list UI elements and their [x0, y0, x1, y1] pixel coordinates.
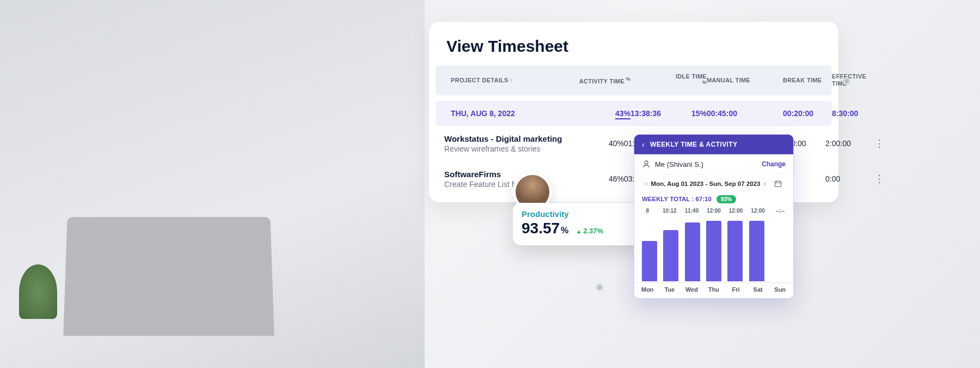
summary-activity-pct: 43% [615, 109, 630, 118]
timesheet-header-row: PROJECT DETAILS↑ ACTIVITY TIME % IDLE TI… [436, 65, 832, 95]
weekly-header: ‹ WEEKLY TIME & ACTIVITY [634, 135, 793, 154]
back-icon[interactable]: ‹ [642, 140, 645, 149]
plant-decor [19, 264, 57, 319]
bar-category-label: Tue [659, 286, 681, 293]
weekly-total-badge: 93% [716, 195, 736, 203]
laptop-decor [63, 217, 274, 336]
bar[interactable] [749, 221, 764, 281]
timesheet-summary-row[interactable]: THU, AUG 8, 2022 43% 13:38:36 15% 00:45:… [436, 101, 832, 126]
col-idle[interactable]: IDLE TIME % [674, 73, 707, 88]
weekly-total: WEEKLY TOTAL : 67:10 93% [634, 193, 793, 208]
bar-category-label: Mon [636, 286, 659, 293]
bar-category-label: Sat [747, 286, 769, 293]
more-icon[interactable]: ⋮ [874, 173, 881, 185]
summary-break: 00:20:00 [783, 109, 832, 118]
bar-value-label: 10:12 [659, 208, 681, 214]
change-user-link[interactable]: Change [762, 160, 786, 168]
trend-up-icon: ▲ [576, 228, 581, 234]
sort-asc-icon: ↑ [510, 77, 512, 83]
col-project[interactable]: PROJECT DETAILS↑ [451, 77, 571, 83]
productivity-label: Productivity [522, 209, 643, 219]
row-activity-pct: 46% [564, 174, 624, 183]
more-icon[interactable]: ⋮ [874, 137, 881, 149]
bar-value-label: 11:40 [681, 208, 703, 214]
summary-idle-pct: 15% [674, 109, 707, 118]
bar-value-label: 12:00 [725, 208, 747, 214]
row-effective: 0:00 [825, 174, 874, 183]
svg-rect-1 [775, 182, 781, 187]
project-title: SoftwareFirms [444, 170, 564, 179]
svg-point-0 [645, 161, 648, 164]
bar-category-label: Sun [769, 286, 791, 293]
col-manual[interactable]: MANUAL TIME [707, 77, 761, 84]
col-activity[interactable]: ACTIVITY TIME % [571, 76, 630, 85]
user-name: Me (Shivani S.) [655, 160, 703, 168]
productivity-card: Productivity 93.57% ▲2.37% [513, 203, 652, 245]
bar-value-label: 8 [636, 208, 659, 214]
bar-category-label: Wed [681, 286, 703, 293]
summary-date: THU, AUG 8, 2022 [451, 109, 571, 118]
person-icon [642, 160, 651, 168]
bar-value-label: 12:00 [703, 208, 725, 214]
bar[interactable] [685, 222, 700, 281]
calendar-icon[interactable] [774, 180, 782, 188]
date-range-picker[interactable]: ‹ Mon, Aug 01 2023 - Sun, Sep 07 2023 › [634, 174, 793, 193]
productivity-trend: ▲2.37% [576, 227, 603, 235]
bar[interactable] [727, 221, 743, 281]
summary-activity-time: 13:38:36 [630, 109, 674, 118]
user-selector[interactable]: Me (Shivani S.) Change [634, 154, 793, 174]
row-effective: 2:00:00 [825, 139, 874, 148]
weekly-title: WEEKLY TIME & ACTIVITY [650, 141, 737, 148]
project-title: Workstatus - Digital marketing [444, 134, 564, 143]
col-break[interactable]: BREAK TIME [783, 77, 832, 84]
decor-node [596, 283, 603, 291]
bar-category-label: Thu [703, 286, 725, 293]
productivity-value: 93.57% [522, 220, 568, 237]
bar-category-label: Fri [725, 286, 747, 293]
bar[interactable] [706, 221, 721, 281]
bar-value-label: 12:00 [747, 208, 769, 214]
date-range-text: Mon, Aug 01 2023 - Sun, Sep 07 2023 [651, 180, 761, 187]
summary-effective: 8:30:00 [832, 109, 881, 118]
col-effective[interactable]: EFFECTIVE TIME [832, 73, 881, 87]
summary-manual: 00:45:00 [707, 109, 761, 118]
bar-value-label: --:-- [769, 208, 791, 214]
decor-node [843, 77, 850, 85]
row-activity-pct: 40% [564, 139, 624, 148]
prev-range-icon[interactable]: ‹ [646, 180, 648, 188]
next-range-icon[interactable]: › [763, 180, 765, 188]
timesheet-title: View Timesheet [429, 37, 838, 65]
project-subtitle: Review wireframes & stories [444, 144, 564, 153]
weekly-activity-card: ‹ WEEKLY TIME & ACTIVITY Me (Shivani S.)… [634, 134, 794, 299]
hero-background-photo [0, 0, 425, 368]
weekly-bar-chart: 810:1211:4012:0012:0012:00--:-- MonTueWe… [634, 208, 793, 298]
bar[interactable] [642, 241, 657, 281]
bar[interactable] [663, 230, 678, 281]
